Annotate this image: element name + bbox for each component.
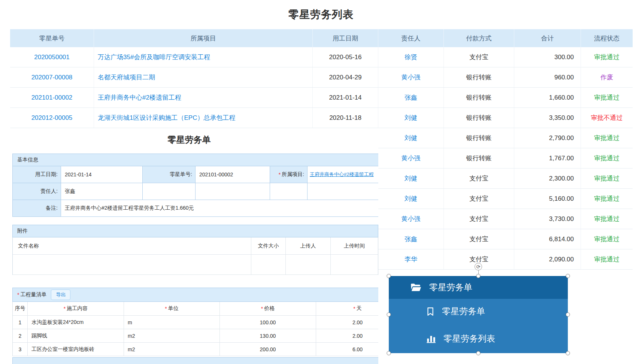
owner-link[interactable]: 张鑫 [378,229,444,249]
payment-method: 银行转账 [444,128,514,148]
remark-label: 备注: [13,200,61,217]
folder-open-icon [411,283,421,292]
unit-cell: m2 [124,329,220,343]
project-link[interactable]: 王府井商务中心#2楼遗留工程 [310,171,373,178]
status-badge: 审批通过 [581,189,633,209]
basic-info-section-header: 基本信息 [12,154,378,166]
selection-handle-bottom-left[interactable] [387,351,391,355]
owner-link[interactable]: 张鑫 [378,88,444,107]
owner-link[interactable]: 黄小强 [378,148,444,168]
total-amount: 1,660.00 [514,88,581,107]
owner-link[interactable]: 刘健 [378,189,444,209]
required-asterisk: * [165,306,167,312]
selection-handle-top-left[interactable] [387,274,391,278]
table-row: 202101-00002 王府井商务中心#2楼遗留工程 2021-01-14 张… [10,88,633,108]
col-header-status: 流程状态 [581,29,633,47]
col-header-uploader: 上传人 [286,237,331,255]
empty-cell [286,255,331,275]
empty-cell [196,183,270,200]
table-row: 2020050001 万达广场35#会所及咖啡厅空调安装工程 2020-05-1… [10,47,633,67]
selection-handle-top-mid[interactable] [476,274,481,278]
project-link[interactable]: 名都天府城项目二期 [94,67,313,87]
attachments-section-header: 附件 [12,225,378,237]
col-header-seq: 序号 [13,302,28,316]
owner-link[interactable]: 黄小强 [378,67,444,87]
total-amount: 2,790.00 [514,128,581,148]
owner-link[interactable]: 刘健 [378,128,444,148]
menu-item-labor-form-root[interactable]: 零星劳务单 [389,276,568,299]
attachments-header-row: 文件名称 文件大小 上传人 上传时间 [12,237,378,255]
bookmark-icon [426,307,434,316]
selection-handle-mid-left[interactable] [387,313,391,317]
owner-link[interactable]: 刘健 [378,108,444,128]
next-section-header-cutoff [12,357,378,364]
quantity-row: 2 踢脚线 m2 130.00 2.00 [12,329,378,343]
total-amount: 3,350.00 [514,108,581,128]
screen: 零星劳务列表 零星单号 所属项目 用工日期 责任人 付款方式 合计 流程状态 2… [0,0,642,364]
labor-form-panel: 零星劳务单 基本信息 用工日期: 2021-01-14 零星单号: 202101… [0,128,378,364]
required-asterisk: * [279,172,281,178]
project-link[interactable]: 龙湖天街城1区设计采购施工（EPC）总承包工程 [94,108,313,128]
seq-cell: 3 [13,343,28,356]
col-header-unit-text: 单位 [168,305,179,312]
attachments-section: 附件 文件名称 文件大小 上传人 上传时间 [12,225,378,275]
page-title: 零星劳务列表 [0,7,642,22]
selection-handle-top-right[interactable] [566,274,570,278]
empty-cell [143,183,196,200]
required-asterisk: * [261,306,263,312]
col-header-unit: * 单位 [124,302,220,316]
total-amount: 5,160.00 [514,189,581,209]
quantity-section-header: * 工程量清单 导出 [12,288,378,302]
basic-info-section: 基本信息 用工日期: 2021-01-14 零星单号: 202101-00002… [12,154,378,217]
price-cell: 130.00 [220,329,316,343]
project-link[interactable]: 王府井商务中心#2楼遗留工程 [94,88,313,107]
table-row: 202007-00008 名都天府城项目二期 2020-04-29 黄小强 银行… [10,67,633,88]
total-amount: 2,300.00 [514,169,581,188]
order-no-link[interactable]: 2020050001 [10,47,94,67]
project-link[interactable]: 万达广场35#会所及咖啡厅空调安装工程 [94,47,313,67]
export-button[interactable]: 导出 [51,289,70,300]
empty-cell [13,255,251,275]
order-no-label: 零星单号: [143,166,196,183]
total-amount: 3,730.00 [514,209,581,229]
owner-link[interactable]: 李华 [378,249,444,269]
seq-cell: 2 [13,329,28,343]
quantity-row: 1 水沟盖板安装24*20cm m 100.00 2.00 [12,316,378,329]
empty-cell [331,255,378,275]
selection-handle-bottom-mid[interactable] [476,351,481,355]
status-badge: 审批通过 [581,128,633,148]
empty-cell [251,255,286,275]
menu-item-labor-form[interactable]: 零星劳务单 [389,299,568,324]
quantity-header-row: 序号 * 施工内容 * 单位 * 价格 * 天 [12,302,378,316]
selection-handle-mid-right[interactable] [566,313,570,317]
status-badge: 审批通过 [581,88,633,107]
col-header-days: * 天 [316,302,378,316]
status-badge: 审批通过 [581,249,633,269]
col-header-days-text: 天 [357,305,362,312]
col-header-content: * 施工内容 [28,302,124,316]
selection-handle-bottom-right[interactable] [566,351,570,355]
payment-method: 银行转账 [444,88,514,107]
required-asterisk: * [17,292,19,298]
quantity-section-title: 工程量清单 [20,291,46,298]
rotate-handle[interactable]: ⟳ [475,263,482,270]
status-badge: 审批通过 [581,209,633,229]
col-header-file-name: 文件名称 [13,237,251,255]
owner-link[interactable]: 徐贤 [378,47,444,67]
order-no-link[interactable]: 202007-00008 [10,67,94,87]
order-no-link[interactable]: 202012-00005 [10,108,94,128]
total-amount: 6,814.00 [514,229,581,249]
menu-item-labor-list[interactable]: 零星劳务列表 [389,324,568,353]
remark-value: 王府井商务中心#2楼遗留工程零星劳务工人工资1.660元 [61,200,378,217]
payment-method: 支付宝 [444,209,514,229]
col-header-payment: 付款方式 [444,29,514,47]
owner-link[interactable]: 黄小强 [378,209,444,229]
owner-value: 张鑫 [61,183,143,200]
work-date-label: 用工日期: [13,166,61,183]
owner-link[interactable]: 刘健 [378,169,444,188]
payment-method: 银行转账 [444,108,514,128]
payment-method: 银行转账 [444,148,514,168]
empty-cell [270,183,308,200]
order-no-link[interactable]: 202101-00002 [10,88,94,107]
menu-item-label: 零星劳务列表 [443,333,495,345]
